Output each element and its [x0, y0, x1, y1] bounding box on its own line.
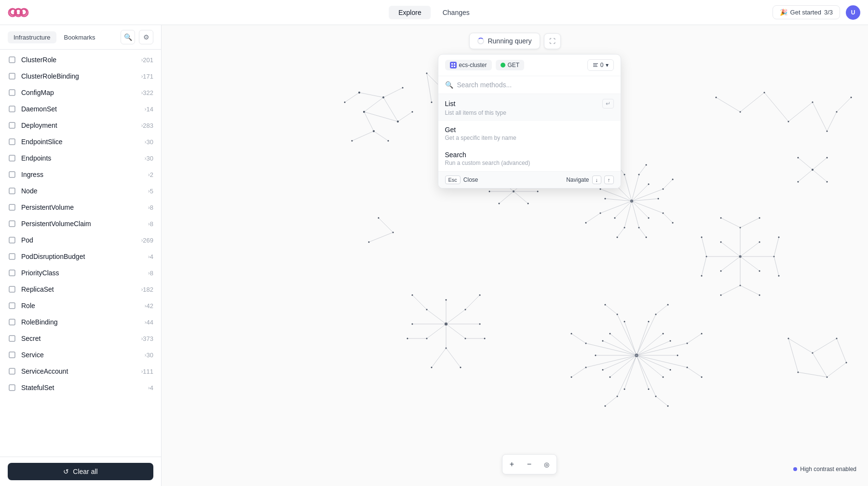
svg-line-34	[364, 112, 374, 131]
item-icon-rolebinding	[8, 318, 16, 326]
method-header: ecs-cluster GET 0 ▾	[438, 54, 621, 76]
svg-rect-8	[9, 90, 15, 95]
item-name: Secret	[21, 335, 139, 342]
sidebar-tab-infrastructure[interactable]: Infrastructure	[8, 31, 56, 43]
method-title-get: Get	[445, 126, 456, 134]
svg-line-204	[813, 102, 827, 131]
svg-line-129	[432, 348, 446, 367]
sidebar-item-role[interactable]: Role › 42	[0, 297, 161, 314]
sidebar-item-priorityclass[interactable]: PriorityClass › 8	[0, 265, 161, 281]
item-icon-endpointslice	[8, 137, 16, 146]
item-count: 8	[150, 204, 153, 211]
sidebar-item-clusterrolebinding[interactable]: ClusterRoleBinding › 171	[0, 68, 161, 84]
sidebar-item-serviceaccount[interactable]: ServiceAccount › 111	[0, 363, 161, 379]
svg-rect-303	[451, 63, 453, 65]
zoom-out-button[interactable]: −	[522, 457, 537, 472]
sidebar-item-replicaset[interactable]: ReplicaSet › 182	[0, 281, 161, 297]
sidebar-item-statefulset[interactable]: StatefulSet › 4	[0, 379, 161, 396]
cluster-name: ecs-cluster	[459, 62, 487, 68]
svg-line-200	[716, 97, 740, 112]
search-methods-input[interactable]	[457, 81, 614, 89]
sidebar-search-button[interactable]: 🔍	[121, 30, 135, 44]
sidebar-item-service[interactable]: Service › 30	[0, 347, 161, 363]
expand-button[interactable]: ⛶	[544, 33, 561, 49]
sidebar-item-deployment[interactable]: Deployment › 283	[0, 117, 161, 134]
tab-explore[interactable]: Explore	[389, 6, 431, 19]
svg-line-295	[379, 218, 393, 232]
get-started-emoji: 🎉	[780, 9, 787, 16]
sidebar-filter-button[interactable]: ⚙	[139, 30, 153, 44]
method-footer: Esc Close Navigate ↓ ↑	[438, 171, 621, 188]
svg-line-101	[639, 228, 646, 237]
running-query-button[interactable]: Running query	[469, 33, 540, 49]
item-name: PodDisruptionBudget	[21, 253, 146, 260]
svg-line-296	[369, 232, 393, 242]
sidebar-item-secret[interactable]: Secret › 373	[0, 330, 161, 347]
method-item-header-list: List ↵	[445, 99, 614, 108]
tab-changes[interactable]: Changes	[433, 6, 479, 19]
svg-line-289	[813, 158, 827, 170]
expand-icon: ⛶	[549, 38, 556, 45]
zoom-in-button[interactable]: +	[504, 457, 520, 472]
method-title-list: List	[445, 100, 456, 108]
sidebar-item-endpointslice[interactable]: EndpointSlice › 30	[0, 134, 161, 150]
running-query-label: Running query	[488, 37, 531, 45]
svg-rect-11	[9, 139, 15, 145]
item-count: 269	[143, 237, 153, 244]
zoom-out-icon: −	[527, 460, 531, 469]
sidebar-item-daemonset[interactable]: DaemonSet › 14	[0, 101, 161, 117]
avatar[interactable]: U	[846, 5, 860, 20]
sidebar-tab-bookmarks[interactable]: Bookmarks	[58, 31, 101, 43]
item-icon-secret	[8, 334, 16, 343]
svg-line-233	[774, 237, 779, 256]
svg-line-35	[359, 93, 383, 97]
get-tag[interactable]: GET	[496, 60, 525, 70]
get-started-button[interactable]: 🎉 Get started 3/3	[773, 5, 840, 19]
item-name: Deployment	[21, 122, 139, 129]
method-item-list[interactable]: List ↵ List all items of this type	[438, 94, 621, 121]
sidebar-item-pod[interactable]: Pod › 269	[0, 232, 161, 248]
item-name: PriorityClass	[21, 269, 146, 277]
zoom-in-icon: +	[510, 460, 514, 469]
sidebar-item-node[interactable]: Node › 5	[0, 183, 161, 199]
svg-line-113	[446, 324, 465, 338]
count-tag[interactable]: 0 ▾	[587, 59, 614, 71]
svg-line-262	[514, 191, 528, 203]
svg-rect-19	[9, 270, 15, 276]
svg-line-130	[446, 348, 461, 367]
item-name: Ingress	[21, 171, 146, 178]
sidebar-item-configmap[interactable]: ConfigMap › 322	[0, 84, 161, 101]
method-list: List ↵ List all items of this type Get G…	[438, 94, 621, 171]
sidebar-item-poddisruptionbudget[interactable]: PodDisruptionBudget › 4	[0, 248, 161, 265]
sidebar-item-ingress[interactable]: Ingress › 2	[0, 166, 161, 183]
item-name: ServiceAccount	[21, 367, 139, 375]
query-bar: Running query ⛶	[469, 33, 560, 49]
item-icon-role	[8, 301, 16, 310]
high-contrast-dot	[793, 467, 797, 471]
svg-line-44	[398, 112, 412, 122]
method-item-header-search: Search	[445, 151, 614, 159]
item-name: Node	[21, 187, 146, 195]
get-started-progress: 3/3	[824, 9, 833, 16]
zoom-reset-button[interactable]: ◎	[539, 457, 555, 472]
svg-rect-6	[9, 57, 15, 63]
sidebar-item-persistentvolumeclaim[interactable]: PersistentVolumeClaim › 8	[0, 216, 161, 232]
svg-line-78	[624, 175, 632, 201]
sidebar-item-persistentvolume[interactable]: PersistentVolume › 8	[0, 199, 161, 216]
svg-rect-12	[9, 155, 15, 161]
svg-line-186	[571, 367, 586, 377]
count-value: 0	[600, 62, 604, 68]
method-item-search[interactable]: Search Run a custom search (advanced)	[438, 146, 621, 171]
method-item-get[interactable]: Get Get a specific item by name	[438, 121, 621, 146]
svg-line-238	[721, 285, 740, 295]
svg-line-235	[774, 256, 779, 276]
item-name: DaemonSet	[21, 105, 143, 113]
sidebar-item-rolebinding[interactable]: RoleBinding › 44	[0, 314, 161, 330]
sidebar-item-endpoints[interactable]: Endpoints › 30	[0, 150, 161, 166]
sidebar-item-clusterrole[interactable]: ClusterRole › 201	[0, 52, 161, 68]
clear-all-button[interactable]: ↺ Clear all	[8, 463, 153, 480]
sidebar-tabs: Infrastructure Bookmarks	[8, 31, 117, 43]
svg-line-111	[427, 310, 446, 324]
cluster-tag[interactable]: ecs-cluster	[445, 60, 492, 70]
svg-line-114	[427, 324, 446, 338]
